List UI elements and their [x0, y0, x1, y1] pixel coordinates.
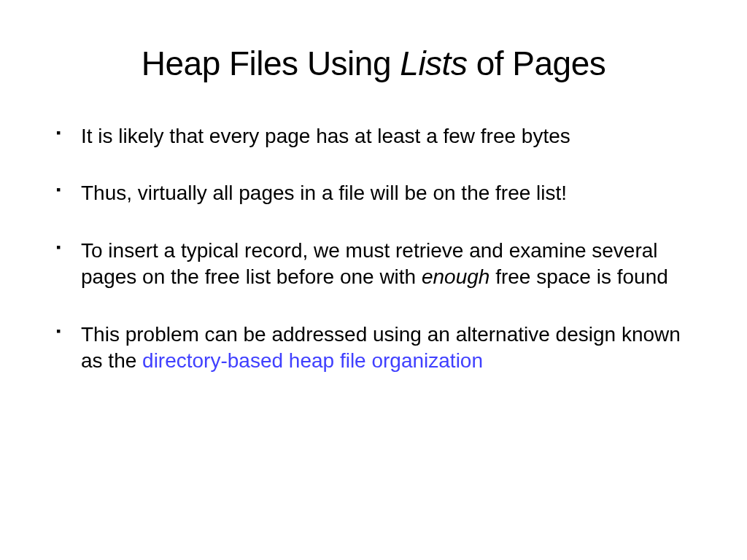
bullet-text: Thus, virtually all pages in a file will… [81, 182, 567, 204]
bullet-suffix: free space is found [489, 265, 667, 288]
title-part2: of Pages [467, 44, 605, 82]
title-italic: Lists [400, 44, 467, 82]
title-part1: Heap Files Using [142, 44, 400, 82]
bullet-italic: enough [422, 265, 489, 288]
bullet-item: Thus, virtually all pages in a file will… [55, 180, 692, 206]
bullet-list: It is likely that every page has at leas… [55, 123, 692, 374]
slide-title: Heap Files Using Lists of Pages [55, 44, 692, 83]
bullet-text: It is likely that every page has at leas… [81, 125, 570, 147]
bullet-item: It is likely that every page has at leas… [55, 123, 692, 149]
bullet-item: To insert a typical record, we must retr… [55, 238, 692, 291]
bullet-highlight: directory-based heap file organization [142, 349, 483, 372]
bullet-item: This problem can be addressed using an a… [55, 322, 692, 375]
